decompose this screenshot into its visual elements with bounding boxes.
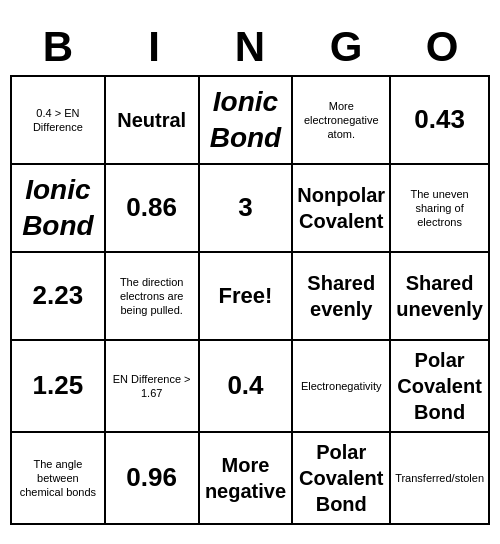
bingo-cell-r4-c0: The angle between chemical bonds [12, 433, 106, 525]
bingo-cell-r4-c3: Polar Covalent Bond [293, 433, 391, 525]
bingo-cell-r1-c2: 3 [200, 165, 294, 253]
header-letter-N: N [202, 19, 298, 75]
header-letter-B: B [10, 19, 106, 75]
bingo-cell-r1-c4: The uneven sharing of electrons [391, 165, 490, 253]
bingo-cell-r0-c4: 0.43 [391, 77, 490, 165]
bingo-cell-r4-c1: 0.96 [106, 433, 200, 525]
bingo-card: BINGO 0.4 > EN DifferenceNeutralIonic Bo… [10, 19, 490, 525]
bingo-cell-r4-c4: Transferred/stolen [391, 433, 490, 525]
bingo-cell-r1-c1: 0.86 [106, 165, 200, 253]
header-letter-I: I [106, 19, 202, 75]
bingo-cell-r2-c0: 2.23 [12, 253, 106, 341]
bingo-cell-r2-c4: Shared unevenly [391, 253, 490, 341]
bingo-cell-r0-c0: 0.4 > EN Difference [12, 77, 106, 165]
bingo-cell-r1-c3: Nonpolar Covalent [293, 165, 391, 253]
bingo-cell-r3-c0: 1.25 [12, 341, 106, 433]
bingo-cell-r3-c1: EN Difference > 1.67 [106, 341, 200, 433]
bingo-cell-r0-c2: Ionic Bond [200, 77, 294, 165]
bingo-cell-r3-c2: 0.4 [200, 341, 294, 433]
bingo-grid: 0.4 > EN DifferenceNeutralIonic BondMore… [10, 75, 490, 525]
bingo-cell-r2-c1: The direction electrons are being pulled… [106, 253, 200, 341]
bingo-cell-r1-c0: Ionic Bond [12, 165, 106, 253]
bingo-cell-r3-c3: Electronegativity [293, 341, 391, 433]
header-letter-G: G [298, 19, 394, 75]
bingo-cell-r2-c2: Free! [200, 253, 294, 341]
bingo-cell-r2-c3: Shared evenly [293, 253, 391, 341]
bingo-header: BINGO [10, 19, 490, 75]
header-letter-O: O [394, 19, 490, 75]
bingo-cell-r0-c1: Neutral [106, 77, 200, 165]
bingo-cell-r3-c4: Polar Covalent Bond [391, 341, 490, 433]
bingo-cell-r4-c2: More negative [200, 433, 294, 525]
bingo-cell-r0-c3: More electronegative atom. [293, 77, 391, 165]
